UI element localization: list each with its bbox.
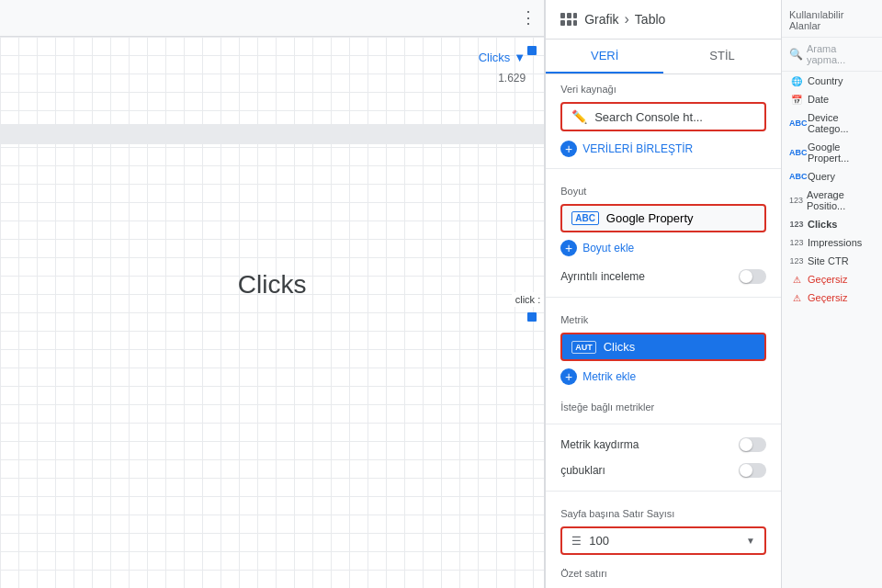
boyut-add-button[interactable]: + Boyut ekle (560, 236, 766, 260)
boyut-value: Google Property (606, 211, 694, 225)
right-panel: Grafik › Tablo VERİ STİL Veri kaynağı ✏️… (545, 0, 781, 588)
chart-gray-bar (0, 124, 544, 144)
field-type-icon: ABC (789, 172, 804, 181)
search-placeholder: Arama yapma... (807, 43, 875, 65)
field-item[interactable]: 🌐Country (782, 72, 882, 90)
cubuk-label: çubukları (560, 464, 605, 477)
merge-label: VERİLERİ BİRLEŞTİR (582, 142, 693, 155)
field-name: Impressions (808, 237, 862, 248)
fields-list: 🌐Country📅DateABCDevice Catego...ABCGoogl… (782, 72, 882, 307)
metrik-add-button[interactable]: + Metrik ekle (560, 365, 766, 389)
field-item[interactable]: 📅Date (782, 90, 882, 108)
field-item[interactable]: ABCQuery (782, 167, 882, 186)
divider-3 (546, 424, 781, 424)
field-item[interactable]: 123Average Positio... (782, 186, 882, 215)
divider-2 (546, 297, 781, 298)
field-name: Geçersiz (808, 274, 847, 285)
fields-search[interactable]: 🔍 Arama yapma... (782, 38, 882, 72)
selection-handle-mid[interactable] (527, 312, 537, 322)
chart-header: ⋮ (0, 0, 544, 37)
boyut-field[interactable]: ABC Google Property (560, 204, 766, 232)
metrik-add-label: Metrik ekle (582, 370, 636, 383)
ayrinti-toggle-row: Ayrıntılı inceleme (546, 264, 781, 289)
field-type-icon: ABC (789, 119, 804, 128)
divider-4 (546, 491, 781, 492)
rows-value: 100 (589, 534, 739, 548)
field-item[interactable]: 123Clicks (782, 215, 882, 233)
merge-button[interactable]: + VERİLERİ BİRLEŞTİR (560, 137, 766, 161)
tab-stil[interactable]: STİL (663, 40, 781, 74)
breadcrumb-separator: › (625, 11, 629, 28)
chart-body: Clicks ▼ 1.629 click : Clicks (0, 37, 544, 588)
field-type-icon: ⚠ (789, 293, 804, 303)
field-name: Site CTR (808, 255, 849, 266)
field-item[interactable]: ⚠Geçersiz (782, 270, 882, 288)
plus-icon: + (560, 141, 577, 157)
field-type-icon: 123 (789, 196, 803, 205)
breadcrumb: Grafik › Tablo (584, 11, 665, 28)
field-name: Average Positio... (807, 189, 875, 211)
click-label: click : (512, 292, 545, 307)
field-item[interactable]: 123Impressions (782, 233, 882, 252)
panel-header: Grafik › Tablo (546, 0, 781, 40)
field-item[interactable]: ABCDevice Catego... (782, 108, 882, 138)
chart-grid (0, 37, 544, 588)
field-name: Date (808, 94, 829, 105)
field-type-icon: 123 (789, 220, 804, 229)
cubuk-toggle[interactable] (739, 463, 766, 478)
tab-veri[interactable]: VERİ (546, 40, 663, 74)
metrik-field[interactable]: AUT Clicks (560, 333, 766, 361)
divider-1 (546, 168, 781, 169)
data-source-field[interactable]: ✏️ Search Console ht... (560, 102, 766, 131)
metrik-label: Metrik (546, 305, 781, 329)
boyut-label: Boyut (546, 176, 781, 200)
kaydir-label: Metrik kaydırma (560, 438, 639, 451)
page-rows-box[interactable]: ☰ 100 ▼ (560, 526, 766, 555)
rows-icon: ☰ (571, 535, 582, 548)
breadcrumb-part1: Grafik (584, 12, 618, 27)
kaydir-toggle-row: Metrik kaydırma (546, 432, 781, 458)
field-name: Geçersiz (808, 292, 847, 303)
field-type-icon: ⚠ (789, 275, 804, 285)
field-type-icon: 123 (789, 238, 804, 247)
veri-kaynak-label: Veri kaynağı (546, 74, 781, 98)
ozet-checkbox-row: Özet satırını göster (546, 582, 781, 588)
field-name: Query (808, 171, 835, 182)
fields-header: Kullanılabilir Alanlar (782, 0, 882, 38)
field-name: Device Catego... (808, 112, 875, 134)
boyut-add-label: Boyut ekle (582, 242, 634, 254)
pencil-icon: ✏️ (571, 109, 587, 124)
plus-icon-metrik: + (560, 368, 577, 385)
field-item[interactable]: 123Site CTR (782, 252, 882, 270)
data-source-text: Search Console ht... (594, 110, 755, 124)
cubuk-toggle-row: çubukları (546, 458, 781, 483)
rows-dropdown-icon: ▼ (746, 536, 755, 546)
column-label: Clicks (479, 51, 511, 64)
istege-label: İsteğe bağlı metrikler (546, 392, 781, 416)
field-name: Country (808, 75, 843, 86)
metrik-value: Clicks (604, 340, 755, 354)
ozet-label: Özet satırı (546, 559, 781, 582)
kaydir-toggle[interactable] (739, 437, 766, 452)
abc-badge: ABC (571, 211, 599, 225)
column-dropdown-icon[interactable]: ▼ (514, 51, 526, 64)
plus-icon-boyut: + (560, 240, 577, 256)
field-item[interactable]: ⚠Geçersiz (782, 288, 882, 307)
breadcrumb-part2: Tablo (635, 12, 665, 27)
toggle-knob (740, 270, 752, 283)
sayfa-label: Sayfa başına Satır Sayısı (546, 499, 781, 523)
fields-panel: Kullanılabilir Alanlar 🔍 Arama yapma... … (781, 0, 882, 588)
field-type-icon: 123 (789, 256, 804, 266)
field-name: Google Propert... (808, 141, 875, 164)
field-type-icon: 📅 (789, 95, 804, 105)
chart-value: 1.629 (498, 72, 526, 85)
aut-badge: AUT (571, 341, 596, 354)
chart-column-header[interactable]: Clicks ▼ (479, 51, 526, 64)
chart-options-icon[interactable]: ⋮ (520, 7, 537, 28)
selection-handle-top[interactable] (527, 46, 537, 55)
field-name: Clicks (808, 219, 837, 230)
field-item[interactable]: ABCGoogle Propert... (782, 138, 882, 167)
ayrinti-toggle[interactable] (739, 269, 766, 284)
field-type-icon: ABC (789, 148, 804, 157)
cubuk-knob (740, 464, 752, 477)
